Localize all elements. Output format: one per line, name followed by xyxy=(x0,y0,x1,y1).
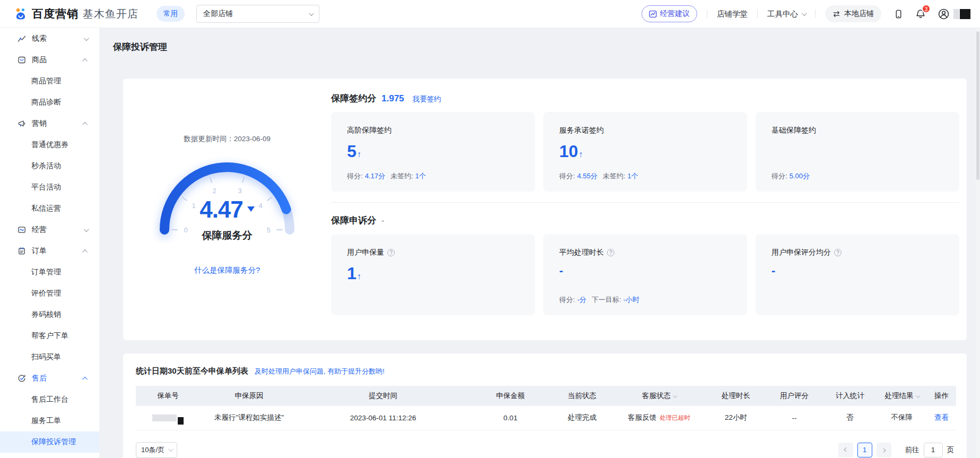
leads-chart-icon xyxy=(17,34,26,44)
prev-page-button[interactable] xyxy=(838,443,853,457)
sidebar-subitem-code-redeem[interactable]: 券码核销 xyxy=(0,304,99,325)
stat-value: 5.00分 xyxy=(790,172,810,180)
col-label: 客服状态 xyxy=(642,392,671,400)
card-title-text: 用户申保量 xyxy=(347,248,384,257)
pagination: 10条/页 1 前往 页 xyxy=(136,442,954,458)
sidebar-subitem-scan-pay[interactable]: 扫码买单 xyxy=(0,347,99,368)
sidebar-item-orders[interactable]: 订单 xyxy=(0,240,99,262)
data-update-time: 数据更新时间：2023-06-09 xyxy=(184,134,271,144)
sidebar-subitem-product-diagnose[interactable]: 商品诊断 xyxy=(0,92,99,113)
scrollbar-track[interactable] xyxy=(976,28,980,458)
stat-label: 未签约: xyxy=(391,172,413,180)
scrollbar-thumb[interactable] xyxy=(976,31,979,180)
goto-page-input[interactable] xyxy=(924,443,943,457)
sign-now-link[interactable]: 我要签约 xyxy=(413,94,441,104)
sidebar-item-products[interactable]: 商品 xyxy=(0,49,99,71)
local-shop-switch[interactable]: 本地店铺 xyxy=(825,5,881,22)
swap-icon xyxy=(832,10,840,18)
redacted-order-no xyxy=(178,417,184,425)
page-size-select[interactable]: 10条/页 xyxy=(136,442,177,458)
table-header-row: 统计日期30天前至今申保单列表 及时处理用户申保问题, 有助于提升分数哟! xyxy=(136,366,954,376)
cell-service-status: 客服反馈处理已超时 xyxy=(611,406,707,430)
card-stats: 得分:5.00分 xyxy=(771,171,943,181)
card-value: 5 xyxy=(347,143,519,160)
col-label: 处理结果 xyxy=(885,392,914,400)
sidebar-subitem-flash-sale[interactable]: 秒杀活动 xyxy=(0,155,99,177)
what-is-score-link[interactable]: 什么是保障服务分? xyxy=(194,265,260,275)
top-bar: 百度营销 基木鱼开店 常用 全部店铺 经营建议 店铺学堂 工具中心 本地店铺 xyxy=(0,0,980,28)
sidebar-item-label: 营销 xyxy=(32,119,84,128)
table-title: 统计日期30天前至今申保单列表 xyxy=(136,366,248,376)
redacted-order-no xyxy=(152,414,177,421)
sort-icon[interactable] xyxy=(673,393,677,397)
sidebar-item-label: 线索 xyxy=(32,34,84,44)
suggestion-label: 经营建议 xyxy=(660,9,690,19)
sidebar-item-label: 售后 xyxy=(32,374,84,383)
chevron-down-icon xyxy=(802,11,807,16)
sidebar-item-label: 商品 xyxy=(32,55,84,65)
sidebar-item-leads[interactable]: 线索 xyxy=(0,28,99,49)
help-icon[interactable] xyxy=(607,249,614,256)
sidebar-subitem-aftersale-workbench[interactable]: 售后工作台 xyxy=(0,389,99,410)
sidebar-subitem-order-for-customer[interactable]: 帮客户下单 xyxy=(0,325,99,347)
table-tip: 及时处理用户申保问题, 有助于提升分数哟! xyxy=(255,367,385,376)
aftersale-check-icon xyxy=(17,374,26,383)
main-content: 保障投诉管理 数据更新时间：2023-06-09 xyxy=(100,28,980,458)
col-reason: 申保原因 xyxy=(200,386,298,406)
divider xyxy=(757,10,758,18)
card-stats: 得分:-分下一目标:-小时 xyxy=(559,295,731,305)
col-service-status[interactable]: 客服状态 xyxy=(611,386,707,406)
table-row: 未履行"课程如实描述" 2023-06-01 11:12:26 0.01 处理完… xyxy=(136,406,956,430)
user-avatar[interactable] xyxy=(938,8,949,20)
sidebar-subitem-coupon[interactable]: 普通优惠券 xyxy=(0,134,99,155)
sign-score-title: 保障签约分 xyxy=(331,92,376,105)
col-result[interactable]: 处理结果 xyxy=(877,386,927,406)
col-action: 操作 xyxy=(927,386,956,406)
sidebar-subitem-service-ticket[interactable]: 服务工单 xyxy=(0,410,99,431)
sidebar-item-aftersale[interactable]: 售后 xyxy=(0,368,99,389)
sidebar-item-operation[interactable]: 经营 xyxy=(0,219,99,240)
sidebar-subitem-platform-activity[interactable]: 平台活动 xyxy=(0,177,99,198)
card-stats: 得分:4.17分未签约:1个 xyxy=(347,171,519,181)
view-link[interactable]: 查看 xyxy=(934,413,949,421)
help-icon[interactable] xyxy=(387,249,395,256)
gauge-tick: 3 xyxy=(235,187,245,194)
cell-duration: 22小时 xyxy=(707,406,765,430)
col-counted: 计入统计 xyxy=(823,386,877,406)
shop-school-link[interactable]: 店铺学堂 xyxy=(717,9,748,19)
card-value: 10 xyxy=(559,143,731,160)
sidebar-item-label: 经营 xyxy=(32,225,84,235)
chevron-right-icon xyxy=(881,448,886,452)
notification-bell-icon[interactable]: 3 xyxy=(916,9,925,19)
favorite-badge[interactable]: 常用 xyxy=(157,6,185,22)
sidebar-subitem-guarantee-complaint[interactable]: 保障投诉管理 xyxy=(0,431,99,453)
card-title: 平均处理时长 xyxy=(559,248,731,257)
card-value-number: 1 xyxy=(347,264,357,283)
sidebar-subitem-product-manage[interactable]: 商品管理 xyxy=(0,71,99,92)
shop-select-value: 全部店铺 xyxy=(203,9,233,19)
baidu-marketing-logo xyxy=(14,7,28,21)
current-page-button[interactable]: 1 xyxy=(857,443,872,457)
mobile-app-icon[interactable] xyxy=(894,10,903,19)
sidebar-subitem-order-manage[interactable]: 订单管理 xyxy=(0,262,99,283)
next-page-button[interactable] xyxy=(877,443,891,457)
order-clipboard-icon xyxy=(17,247,26,256)
goto-page: 前往 页 xyxy=(905,443,955,457)
claims-table-card: 统计日期30天前至今申保单列表 及时处理用户申保问题, 有助于提升分数哟! 保单… xyxy=(123,353,967,458)
tool-center-menu[interactable]: 工具中心 xyxy=(767,9,805,19)
gauge-value-text: 4.47 xyxy=(200,196,243,222)
sidebar-item-marketing[interactable]: 营销 xyxy=(0,113,99,134)
business-suggestion-button[interactable]: 经营建议 xyxy=(641,5,697,22)
sign-cards-row: 高阶保障签约 5 得分:4.17分未签约:1个 服务承诺签约 10 得分:4.5… xyxy=(331,112,959,192)
stat-value: 1个 xyxy=(628,172,638,180)
shop-select[interactable]: 全部店铺 xyxy=(196,5,319,23)
sidebar-subitem-review-manage[interactable]: 评价管理 xyxy=(0,283,99,304)
trend-icon xyxy=(649,10,657,18)
card-value: - xyxy=(771,265,943,276)
help-icon[interactable] xyxy=(834,249,842,256)
cell-time: 2023-06-01 11:12:26 xyxy=(298,406,468,430)
sort-icon[interactable] xyxy=(916,393,920,397)
sidebar-subitem-dm-operation[interactable]: 私信运营 xyxy=(0,198,99,219)
stat-value: 4.17分 xyxy=(365,172,385,180)
arrow-up-icon xyxy=(357,264,361,283)
